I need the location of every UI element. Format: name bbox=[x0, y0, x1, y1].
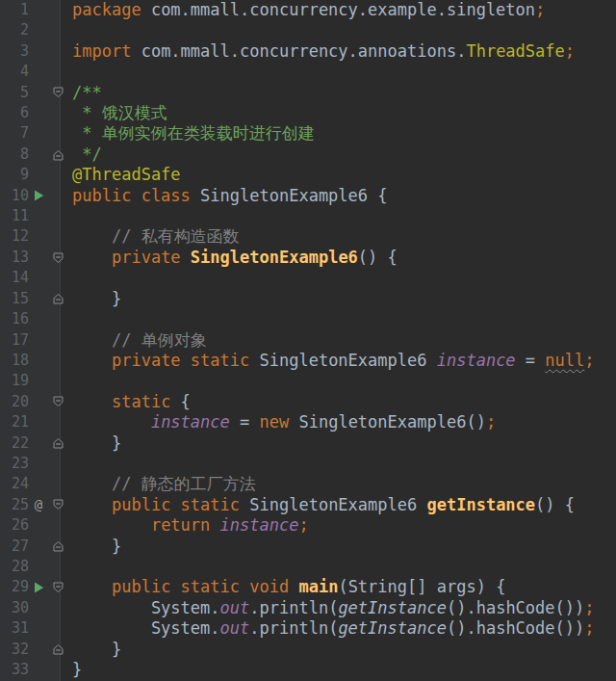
code-content[interactable]: public static void main(String[] args) { bbox=[61, 577, 616, 597]
fold-slot bbox=[48, 539, 61, 553]
code-content[interactable]: public class SingletonExample6 { bbox=[61, 186, 616, 206]
line-number[interactable]: 17 bbox=[0, 330, 29, 351]
code-content[interactable]: static { bbox=[61, 392, 616, 412]
line-number[interactable]: 27 bbox=[0, 537, 29, 557]
annotation-gutter-icon[interactable]: @ bbox=[35, 498, 42, 511]
line-number[interactable]: 29 bbox=[0, 577, 29, 597]
code-content[interactable]: return instance; bbox=[61, 515, 616, 536]
code-token: ().hashCode()) bbox=[447, 618, 584, 638]
code-line: 22 } bbox=[0, 433, 616, 454]
code-content[interactable]: } bbox=[61, 433, 616, 454]
line-number[interactable]: 19 bbox=[0, 371, 29, 391]
run-icon[interactable] bbox=[34, 190, 44, 201]
line-number[interactable]: 21 bbox=[0, 412, 29, 432]
code-line: 28 bbox=[0, 557, 616, 577]
code-token: ; bbox=[565, 41, 575, 61]
code-line: 4 bbox=[0, 62, 616, 82]
line-number[interactable]: 6 bbox=[0, 103, 29, 123]
code-token: ; bbox=[584, 351, 594, 370]
code-content[interactable]: } bbox=[61, 537, 616, 557]
line-number[interactable]: 33 bbox=[0, 660, 29, 680]
line-number[interactable]: 4 bbox=[0, 62, 29, 82]
code-token: static bbox=[112, 392, 170, 411]
line-number[interactable]: 11 bbox=[0, 206, 29, 226]
code-content[interactable]: /** bbox=[61, 83, 616, 103]
code-token bbox=[72, 515, 151, 535]
fold-start-icon[interactable] bbox=[52, 581, 64, 594]
line-number[interactable]: 1 bbox=[0, 0, 29, 20]
line-number[interactable]: 20 bbox=[0, 392, 29, 412]
code-content[interactable]: System.out.println(getInstance().hashCod… bbox=[61, 598, 616, 618]
line-number[interactable]: 16 bbox=[0, 309, 29, 329]
line-number[interactable]: 2 bbox=[0, 20, 29, 40]
line-number[interactable]: 18 bbox=[0, 351, 29, 371]
line-number[interactable]: 28 bbox=[0, 557, 29, 577]
code-content[interactable]: // 私有构造函数 bbox=[61, 226, 616, 247]
line-number[interactable]: 14 bbox=[0, 268, 29, 288]
fold-slot bbox=[48, 148, 61, 162]
line-number[interactable]: 26 bbox=[0, 515, 29, 536]
code-token: out bbox=[220, 618, 250, 638]
line-number[interactable]: 13 bbox=[0, 248, 29, 268]
code-line: 11 bbox=[0, 206, 616, 226]
code-content[interactable]: } bbox=[61, 660, 616, 680]
line-number[interactable]: 12 bbox=[0, 226, 29, 247]
code-content[interactable]: package com.mmall.concurrency.example.si… bbox=[61, 0, 616, 20]
line-number[interactable]: 7 bbox=[0, 123, 29, 144]
line-number[interactable]: 15 bbox=[0, 289, 29, 309]
fold-start-icon[interactable] bbox=[52, 86, 64, 99]
code-line: 32 } bbox=[0, 640, 616, 660]
line-number[interactable]: 3 bbox=[0, 41, 29, 62]
run-icon[interactable] bbox=[34, 582, 44, 593]
code-token: return bbox=[151, 515, 210, 535]
code-content[interactable]: public static SingletonExample6 getInsta… bbox=[61, 495, 616, 515]
code-content[interactable]: } bbox=[61, 640, 616, 660]
code-content[interactable]: private SingletonExample6() { bbox=[61, 248, 616, 268]
fold-start-icon[interactable] bbox=[52, 251, 64, 265]
fold-end-icon[interactable] bbox=[52, 436, 64, 450]
line-number[interactable]: 5 bbox=[0, 83, 29, 103]
line-number[interactable]: 23 bbox=[0, 454, 29, 474]
code-content[interactable]: * 饿汉模式 bbox=[61, 103, 616, 123]
line-number[interactable]: 22 bbox=[0, 433, 29, 454]
code-content[interactable]: * 单例实例在类装载时进行创建 bbox=[61, 123, 616, 144]
fold-end-icon[interactable] bbox=[52, 292, 64, 305]
line-number[interactable]: 31 bbox=[0, 618, 29, 639]
fold-end-icon[interactable] bbox=[52, 148, 64, 162]
fold-start-icon[interactable] bbox=[52, 395, 64, 408]
fold-end-icon[interactable] bbox=[52, 642, 64, 656]
code-content[interactable]: // 单例对象 bbox=[61, 330, 616, 351]
code-token: instance bbox=[220, 515, 299, 535]
code-content[interactable]: System.out.println(getInstance().hashCod… bbox=[61, 618, 616, 639]
code-token: } bbox=[72, 433, 121, 453]
line-number[interactable]: 25 bbox=[0, 495, 29, 515]
code-content[interactable]: import com.mmall.concurrency.annoations.… bbox=[61, 41, 616, 62]
code-token: .println( bbox=[249, 618, 338, 638]
gutter-icon-slot bbox=[29, 190, 48, 201]
code-token: { bbox=[170, 392, 190, 411]
code-line: 13 private SingletonExample6() { bbox=[0, 248, 616, 268]
code-line: 30 System.out.println(getInstance().hash… bbox=[0, 598, 616, 618]
code-line: 3import com.mmall.concurrency.annoations… bbox=[0, 41, 616, 62]
line-number[interactable]: 30 bbox=[0, 598, 29, 618]
code-line: 23 bbox=[0, 454, 616, 474]
code-line: 25@ public static SingletonExample6 getI… bbox=[0, 495, 616, 515]
code-content[interactable]: */ bbox=[61, 144, 616, 165]
code-token: null bbox=[545, 351, 584, 370]
code-content[interactable]: private static SingletonExample6 instanc… bbox=[61, 351, 616, 371]
code-editor[interactable]: 1package com.mmall.concurrency.example.s… bbox=[0, 0, 616, 681]
code-token: } bbox=[72, 289, 121, 308]
line-number[interactable]: 32 bbox=[0, 640, 29, 660]
line-number[interactable]: 24 bbox=[0, 474, 29, 494]
code-token: SingletonExample6 { bbox=[191, 186, 388, 205]
line-number[interactable]: 9 bbox=[0, 165, 29, 185]
code-content[interactable]: instance = new SingletonExample6(); bbox=[61, 412, 616, 432]
code-content[interactable]: @ThreadSafe bbox=[61, 165, 616, 185]
code-content[interactable]: // 静态的工厂方法 bbox=[61, 474, 616, 494]
line-number[interactable]: 8 bbox=[0, 144, 29, 165]
line-number[interactable]: 10 bbox=[0, 186, 29, 206]
code-token: .println( bbox=[249, 598, 338, 617]
fold-end-icon[interactable] bbox=[52, 539, 64, 553]
fold-start-icon[interactable] bbox=[52, 498, 64, 511]
code-content[interactable]: } bbox=[61, 289, 616, 309]
